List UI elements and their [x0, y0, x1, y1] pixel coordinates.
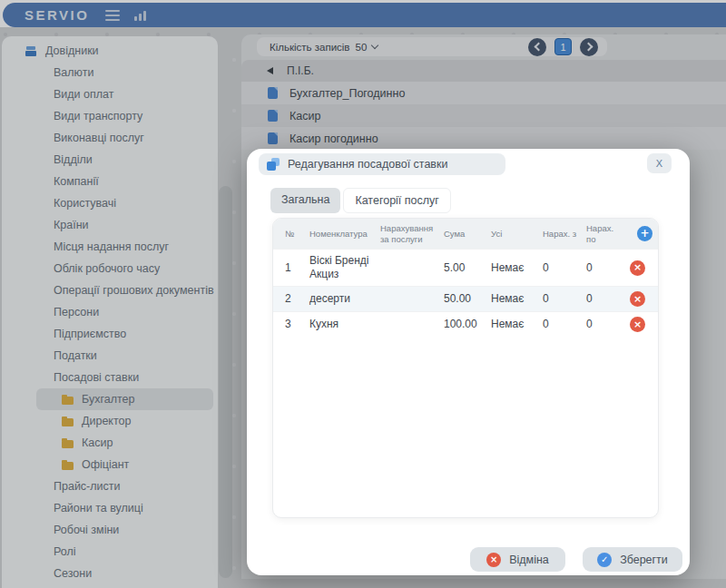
save-button[interactable]: ✓ Зберегти: [583, 547, 682, 572]
cancel-label: Відміна: [509, 554, 549, 566]
table-cell: 0: [586, 261, 627, 275]
delete-row-button[interactable]: ×: [630, 260, 645, 276]
table-cell: десерти: [309, 292, 380, 306]
table-cell: Немає: [491, 292, 543, 306]
table-row[interactable]: 3Кухня100.00Немає00×: [273, 311, 658, 337]
table-cell: Віскі Бренді Акциз: [309, 254, 380, 281]
table-cell: 0: [543, 318, 586, 331]
modal-header: Редагування посадової ставки: [259, 153, 505, 175]
table-cell: 0: [586, 292, 627, 306]
screen: SERVIO ДовідникиВалютиВиди оплатВиди тра…: [0, 0, 726, 588]
column-header: Нарах. з: [543, 229, 586, 239]
cancel-button[interactable]: × Відміна: [470, 547, 565, 572]
cancel-x-icon: ×: [486, 553, 501, 567]
table-cell: 0: [586, 318, 627, 331]
column-header: №: [285, 229, 309, 239]
delete-row-cell: ×: [630, 291, 658, 307]
column-header: Сума: [444, 229, 491, 239]
table-cell: 2: [285, 292, 309, 306]
table-header-row: №НоменклатураНарахування за послугиСумаУ…: [273, 219, 658, 249]
delete-row-button[interactable]: ×: [630, 291, 645, 307]
table-cell: 100.00: [444, 318, 491, 331]
save-label: Зберегти: [620, 554, 668, 566]
table-cell: 1: [285, 261, 309, 275]
pages-icon: [267, 158, 280, 171]
categories-table: №НоменклатураНарахування за послугиСумаУ…: [272, 218, 659, 518]
delete-row-button[interactable]: ×: [630, 317, 645, 332]
table-row[interactable]: 2десерти50.00Немає00×: [273, 286, 658, 311]
column-header: Нарахування за послуги: [380, 223, 444, 243]
table-cell: Немає: [491, 261, 543, 275]
table-cell: 0: [543, 292, 586, 306]
table-cell: 0: [543, 261, 586, 275]
column-header: Номенклатура: [309, 229, 380, 239]
table-cell: Немає: [491, 318, 543, 331]
add-row-cell: +: [637, 226, 658, 241]
tab-Загальна[interactable]: Загальна: [270, 188, 340, 213]
tab-Категорії послуг[interactable]: Категорії послуг: [343, 188, 450, 213]
delete-row-cell: ×: [630, 317, 658, 332]
add-row-button[interactable]: +: [637, 226, 652, 241]
table-cell: 50.00: [444, 292, 491, 306]
save-check-icon: ✓: [597, 553, 612, 567]
table-row[interactable]: 1Віскі Бренді Акциз5.00Немає00×: [273, 249, 658, 286]
table-cell: 3: [285, 318, 309, 331]
table-cell: 5.00: [444, 261, 491, 275]
close-button[interactable]: X: [647, 153, 672, 173]
modal-tabs: ЗагальнаКатегорії послуг: [270, 188, 451, 213]
table-body: 1Віскі Бренді Акциз5.00Немає00×2десерти5…: [273, 249, 658, 337]
column-header: Нарах. по: [586, 223, 627, 243]
table-cell: Кухня: [309, 318, 380, 331]
column-header: Усі: [491, 229, 543, 239]
modal-title: Редагування посадової ставки: [288, 158, 447, 171]
edit-rate-modal: Редагування посадової ставки X ЗагальнаК…: [247, 149, 690, 575]
delete-row-cell: ×: [630, 260, 658, 276]
